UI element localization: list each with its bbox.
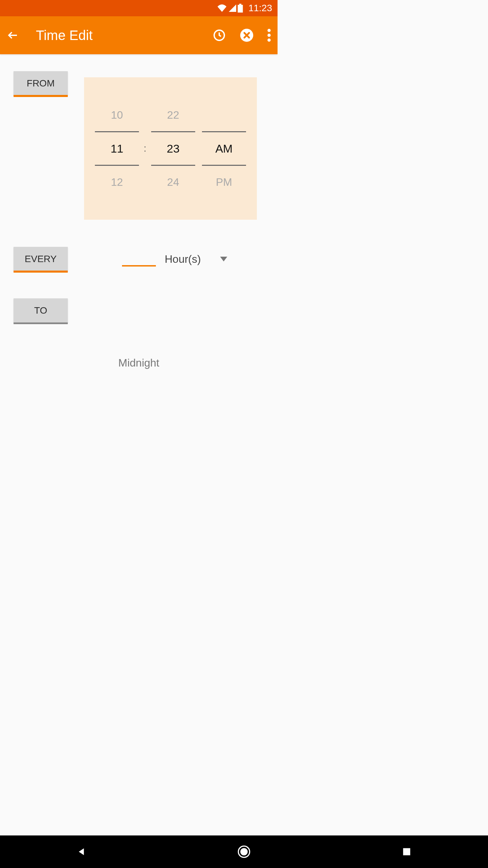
from-button[interactable]: FROM [14, 71, 68, 96]
wifi-icon [217, 4, 227, 12]
app-actions [212, 28, 271, 42]
every-input[interactable] [122, 252, 156, 267]
every-button[interactable]: EVERY [14, 247, 68, 271]
svg-rect-0 [238, 5, 243, 13]
to-button[interactable]: TO [14, 298, 68, 323]
svg-point-4 [267, 29, 271, 32]
to-row: TO [14, 298, 264, 323]
status-bar: 11:23 [0, 0, 278, 16]
ampm-current: AM [215, 138, 232, 159]
minute-prev: 22 [167, 105, 179, 125]
status-time: 11:23 [248, 3, 272, 14]
close-circle-icon[interactable] [240, 28, 254, 42]
more-icon[interactable] [267, 29, 271, 42]
hour-next: 12 [111, 172, 123, 192]
svg-point-6 [267, 39, 271, 42]
time-picker: 10 11 12 : 22 23 24 AM PM [84, 77, 257, 220]
svg-rect-1 [239, 4, 242, 5]
from-row: FROM 10 11 12 : 22 23 24 AM [14, 71, 264, 220]
back-icon[interactable] [7, 29, 19, 41]
clock-icon[interactable] [212, 28, 226, 42]
time-colon: : [144, 143, 146, 154]
to-value: Midnight [14, 357, 264, 369]
app-title: Time Edit [36, 28, 212, 43]
content: FROM 10 11 12 : 22 23 24 AM [0, 54, 278, 386]
every-unit-label[interactable]: Hour(s) [165, 253, 201, 265]
ampm-next: PM [216, 172, 232, 192]
app-bar: Time Edit [0, 16, 278, 54]
hour-prev: 10 [111, 105, 123, 125]
status-icons [217, 4, 243, 13]
hour-wheel[interactable]: 10 11 12 [95, 105, 139, 192]
chevron-down-icon[interactable] [220, 257, 227, 261]
ampm-wheel[interactable]: AM PM [202, 105, 246, 192]
battery-icon [238, 4, 243, 13]
hour-current: 11 [110, 138, 123, 159]
cell-signal-icon [228, 4, 236, 12]
svg-point-5 [267, 34, 271, 37]
minute-wheel[interactable]: 22 23 24 [151, 105, 195, 192]
minute-next: 24 [167, 172, 179, 192]
minute-current: 23 [167, 138, 180, 159]
every-row: EVERY Hour(s) [14, 247, 264, 271]
